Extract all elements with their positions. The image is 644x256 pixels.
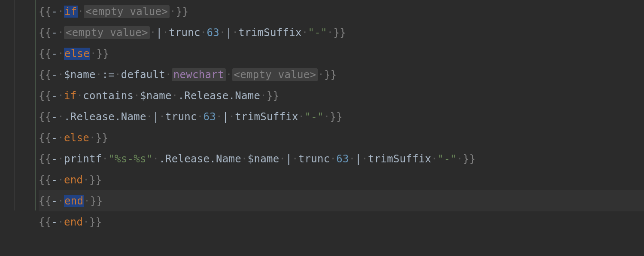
code-token: · [216, 111, 222, 123]
code-line[interactable]: {{-·.Release.Name·|·trunc·63·|·trimSuffi… [39, 106, 644, 127]
code-token: .Release.Name [64, 111, 146, 123]
code-token: · [58, 216, 64, 228]
code-token: · [324, 111, 330, 123]
code-token: end [64, 195, 84, 207]
code-token: .Release.Name [178, 90, 261, 102]
code-line[interactable]: {{-·$name·:=·default·newchart·<empty val… [39, 64, 644, 85]
code-token: · [58, 69, 64, 81]
code-area[interactable]: {{-·if·<empty value>·}}{{-·<empty value>… [31, 0, 644, 256]
code-token: <empty value> [84, 5, 170, 18]
code-token: $name [140, 90, 172, 102]
code-token: · [159, 111, 165, 123]
code-token: else [64, 48, 90, 60]
code-token: · [162, 27, 169, 39]
code-token: · [241, 153, 248, 165]
code-token: - [52, 48, 58, 60]
code-line[interactable]: {{-·else·}} [39, 43, 644, 64]
code-token: trunc [169, 27, 200, 39]
code-line[interactable]: {{-·end·}} [39, 169, 644, 190]
code-token: trimSuffix [235, 111, 298, 123]
code-token: · [58, 195, 64, 207]
code-token: }} [89, 216, 102, 228]
code-token: - [52, 90, 58, 102]
code-token: default [121, 69, 165, 81]
code-token: | [153, 111, 159, 123]
code-token: "%s-%s" [108, 153, 152, 165]
code-token: · [102, 153, 109, 165]
fold-guide-outer [15, 0, 15, 210]
code-token: {{ [39, 27, 52, 39]
code-token: .Release.Name [159, 153, 241, 165]
fold-guide-inner [35, 0, 36, 210]
code-token: 63 [207, 27, 220, 39]
code-token: }} [90, 195, 103, 207]
code-token: {{ [39, 153, 52, 165]
code-token: · [58, 48, 64, 60]
code-token: }} [267, 90, 279, 102]
code-token: - [52, 111, 58, 123]
code-token: · [226, 69, 232, 81]
code-line[interactable]: {{-·if·contains·$name·.Release.Name·}} [39, 85, 644, 106]
code-token: if [64, 6, 78, 18]
code-token: | [355, 153, 362, 165]
code-token: · [58, 153, 64, 165]
code-token: <empty value> [232, 68, 318, 81]
code-token: · [150, 27, 156, 39]
code-token: {{ [39, 174, 52, 186]
code-token: · [330, 153, 337, 165]
code-token: · [200, 27, 207, 39]
code-token: · [115, 69, 121, 81]
code-token: · [146, 111, 153, 123]
code-token: - [52, 6, 58, 18]
code-token: }} [89, 174, 102, 186]
code-token: · [58, 132, 64, 144]
code-line[interactable]: {{-·end·}} [39, 190, 644, 211]
code-token: }} [463, 153, 476, 165]
code-editor[interactable]: {{-·if·<empty value>·}}{{-·<empty value>… [0, 0, 644, 256]
code-token: {{ [39, 111, 52, 123]
code-line[interactable] [39, 232, 644, 253]
code-line[interactable]: {{-·if·<empty value>·}} [39, 1, 644, 22]
code-token: - [52, 69, 58, 81]
code-token: else [64, 132, 89, 144]
code-line[interactable]: {{-·printf·"%s-%s"·.Release.Name·$name·|… [39, 148, 644, 169]
code-token: - [52, 153, 58, 165]
code-line[interactable]: {{-·<empty value>·|·trunc·63·|·trimSuffi… [39, 22, 644, 43]
code-line[interactable]: {{-·else·}} [39, 127, 644, 148]
code-token: · [170, 6, 176, 18]
code-token: "-" [308, 27, 327, 39]
code-token: - [52, 195, 58, 207]
code-token: | [222, 111, 229, 123]
code-token: <empty value> [64, 26, 150, 39]
code-token: end [64, 216, 83, 228]
code-token: - [52, 216, 58, 228]
code-line[interactable]: {{-·end·}} [39, 211, 644, 232]
code-token: · [349, 153, 355, 165]
code-token: · [318, 69, 324, 81]
code-token: | [156, 27, 163, 39]
code-token: - [52, 174, 58, 186]
gutter-fold-right [19, 0, 31, 256]
code-token: {{ [39, 132, 52, 144]
code-token: }} [324, 69, 337, 81]
code-token: }} [176, 6, 189, 18]
code-token: · [219, 27, 226, 39]
code-token: trunc [298, 153, 330, 165]
code-token: · [84, 195, 90, 207]
code-token: · [457, 153, 463, 165]
code-token: newchart [172, 68, 226, 81]
code-token: trunc [165, 111, 197, 123]
code-token: | [286, 153, 292, 165]
code-token: := [102, 69, 115, 81]
code-token: 63 [336, 153, 349, 165]
code-token: · [197, 111, 204, 123]
code-token: 63 [204, 111, 216, 123]
code-token: · [58, 111, 64, 123]
gutter [0, 0, 31, 256]
fold-bar [0, 0, 6, 256]
code-token: · [302, 27, 308, 39]
code-token: · [83, 174, 89, 186]
code-token: · [78, 6, 84, 18]
code-token: · [327, 27, 334, 39]
code-token: }} [334, 27, 346, 39]
